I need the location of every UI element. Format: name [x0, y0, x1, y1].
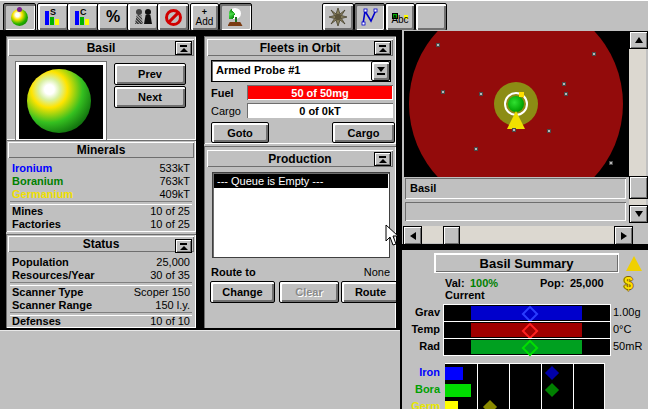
- arrow-right-icon: [621, 232, 627, 240]
- grav-bar[interactable]: [443, 304, 611, 322]
- planet-pane-header: Basil: [8, 39, 194, 56]
- scanner-tree-icon: [227, 8, 245, 26]
- minefield-view-button[interactable]: [322, 3, 354, 31]
- horizontal-scroll-thumb[interactable]: [443, 226, 460, 245]
- minerals-header: Minerals: [8, 142, 194, 158]
- star-dot[interactable]: [441, 90, 445, 94]
- mineral-row: Boranium 763kT: [12, 174, 190, 187]
- status-row: Scanner Range 150 l.y.: [12, 298, 190, 311]
- production-pane-header: Production: [207, 150, 393, 167]
- status-pane: Status Population 25,000 Resources/Year …: [6, 234, 196, 328]
- scanner-type-label: Scanner Type: [12, 286, 83, 298]
- cargo-gauge[interactable]: 0 of 0kT: [247, 103, 393, 118]
- star-dot[interactable]: [479, 92, 483, 96]
- change-production-button[interactable]: Change: [210, 281, 275, 303]
- no-info-view-button[interactable]: [157, 3, 189, 31]
- percent-view-button[interactable]: %: [97, 3, 129, 31]
- selected-planet-dot[interactable]: [508, 96, 524, 112]
- next-planet-button[interactable]: Next: [114, 86, 186, 108]
- status-row: Scanner Type Scoper 150: [12, 285, 190, 298]
- scanner-map[interactable]: [404, 31, 629, 177]
- germanium-value: 409kT: [159, 188, 190, 200]
- rad-value: 50mR: [613, 340, 642, 352]
- arrow-down-icon: [635, 211, 643, 217]
- production-queue-list[interactable]: --- Queue is Empty ---: [212, 172, 390, 258]
- population-value: 25,000: [156, 256, 190, 268]
- dollars-icon[interactable]: $: [624, 275, 633, 293]
- scroll-right-button[interactable]: [614, 226, 633, 245]
- status-row: Population 25,000: [12, 255, 190, 268]
- temp-bar[interactable]: [443, 321, 611, 339]
- fleet-dropdown-value: Armed Probe #1: [216, 64, 300, 76]
- star-dot[interactable]: [512, 128, 516, 132]
- temp-value: 0°C: [613, 323, 631, 335]
- route-to-value: None: [364, 266, 390, 278]
- pop-value: 25,000: [570, 277, 604, 289]
- bora-bar: [445, 384, 471, 397]
- fleet-cargo-button[interactable]: Cargo: [332, 122, 395, 143]
- production-pane: Production --- Queue is Empty --- Route …: [204, 146, 396, 328]
- vertical-scroll-thumb[interactable]: [629, 176, 648, 199]
- planet-name-field[interactable]: Basil: [405, 178, 626, 199]
- rad-bar[interactable]: [443, 338, 611, 356]
- clear-production-button[interactable]: Clear: [279, 281, 339, 303]
- fleet-marker-dot[interactable]: [519, 92, 524, 97]
- summary-header: Basil Summary: [434, 253, 619, 273]
- scanner-summary-pane: Basil Basil Summary Val: 100% Pop: 25,00…: [402, 30, 648, 409]
- planet-name-text: Basil: [410, 182, 436, 194]
- star-dot[interactable]: [436, 43, 440, 47]
- star-dot[interactable]: [592, 52, 596, 56]
- minerals-title: Minerals: [77, 143, 126, 157]
- pane-splitter[interactable]: [402, 244, 648, 250]
- defenses-label: Defenses: [12, 315, 61, 327]
- mineral-graph[interactable]: [445, 363, 605, 409]
- grav-label: Grav: [402, 306, 440, 318]
- star-dot[interactable]: [562, 82, 566, 86]
- planet-image: [27, 69, 91, 133]
- scroll-up-button[interactable]: [629, 31, 648, 49]
- next-button-label: Next: [138, 91, 162, 103]
- blank-toolbar-button[interactable]: [415, 3, 447, 31]
- collapse-planet-pane-button[interactable]: [175, 41, 192, 55]
- map-vertical-scrollbar[interactable]: [629, 31, 646, 222]
- germ-bar: [445, 401, 458, 409]
- queue-empty-text: --- Queue is Empty ---: [217, 175, 323, 187]
- map-horizontal-scrollbar[interactable]: [403, 226, 631, 243]
- collapse-production-pane-button[interactable]: [374, 152, 391, 166]
- cargo-button-label: Cargo: [348, 127, 380, 139]
- arrow-up-icon: [635, 37, 643, 43]
- mineral-row: Factories 10 of 25: [12, 217, 190, 230]
- add-waypoint-button[interactable]: + Add: [190, 3, 219, 31]
- fleets-pane-header: Fleets in Orbit: [207, 39, 393, 56]
- defenses-value: 10 of 10: [150, 315, 190, 327]
- planet-names-button[interactable]: Abc: [385, 3, 415, 31]
- scroll-left-button[interactable]: [403, 226, 422, 245]
- population-view-button[interactable]: [127, 3, 159, 31]
- scanner-view-button[interactable]: [219, 3, 252, 31]
- star-dot[interactable]: [474, 147, 478, 151]
- dropdown-arrow-button[interactable]: [371, 61, 390, 81]
- bar-chart-s-icon: S: [45, 9, 61, 25]
- scanner-type-value: Scoper 150: [134, 286, 190, 298]
- surface-minerals-chart-button[interactable]: S: [37, 3, 69, 31]
- production-pane-title: Production: [268, 152, 331, 166]
- scroll-down-button[interactable]: [629, 205, 648, 223]
- collapse-fleets-pane-button[interactable]: [374, 41, 391, 55]
- fuel-gauge: 50 of 50mg: [247, 85, 393, 100]
- fleet-dropdown[interactable]: Armed Probe #1: [211, 60, 391, 82]
- queue-empty-row[interactable]: --- Queue is Empty ---: [214, 174, 388, 188]
- goto-button[interactable]: Goto: [211, 122, 269, 143]
- planet-view-button[interactable]: [3, 3, 36, 31]
- germ-concentration-marker: [483, 400, 497, 409]
- star-dot[interactable]: [564, 92, 568, 96]
- summary-up-arrow-icon[interactable]: [626, 256, 642, 271]
- prev-planet-button[interactable]: Prev: [114, 63, 186, 85]
- temp-label: Temp: [402, 323, 440, 335]
- collapse-status-pane-button[interactable]: [175, 239, 192, 253]
- add-button-label: Add: [196, 17, 214, 27]
- route-view-button[interactable]: [354, 3, 385, 31]
- route-button[interactable]: Route: [341, 281, 396, 303]
- star-dot[interactable]: [609, 161, 613, 165]
- star-dot[interactable]: [547, 129, 551, 133]
- concentration-chart-button[interactable]: C: [67, 3, 99, 31]
